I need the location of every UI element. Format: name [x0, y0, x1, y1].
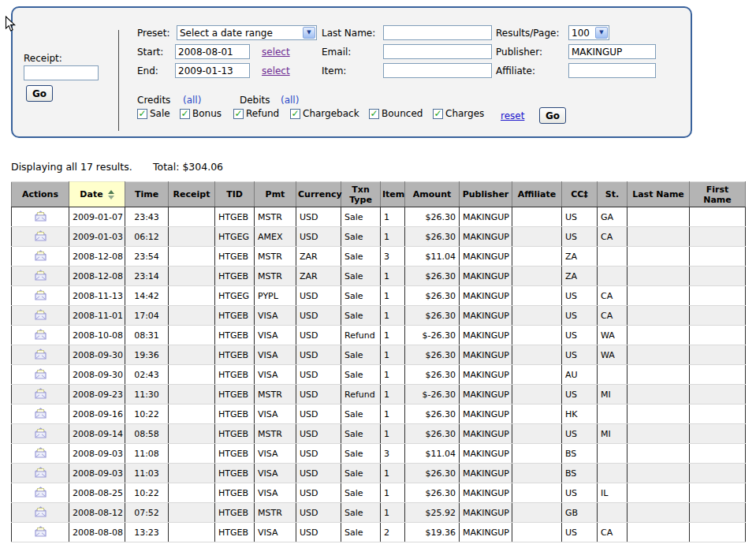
cell-first-name [690, 365, 746, 385]
publisher-input[interactable] [568, 44, 656, 59]
column-header-tid[interactable]: TID [215, 182, 255, 207]
actions-cell [12, 483, 69, 503]
column-header-amount[interactable]: Amount [405, 182, 460, 207]
column-header-publisher[interactable]: Publisher [460, 182, 512, 207]
end-date-select-link[interactable]: select [262, 65, 290, 76]
column-header-time[interactable]: Time [125, 182, 169, 207]
cell-tid: HTGEB [215, 424, 255, 444]
column-header-first-name[interactable]: First Name [690, 182, 746, 207]
filter-go-button[interactable]: Go [539, 107, 566, 124]
open-envelope-icon[interactable] [34, 506, 47, 517]
cell-amount: $26.30 [405, 207, 460, 227]
cell-currency: USD [296, 227, 341, 247]
cell-txn-type: Sale [341, 523, 381, 542]
checkbox-check-icon[interactable]: ✓ [180, 109, 190, 119]
column-header-cc[interactable]: CC‡ [562, 182, 598, 207]
checkbox-check-icon[interactable]: ✓ [233, 109, 244, 119]
actions-cell [12, 247, 69, 267]
checkbox-bounced[interactable]: ✓Bounced [369, 108, 423, 119]
email-input[interactable] [383, 44, 492, 59]
checkbox-check-icon[interactable]: ✓ [369, 109, 379, 119]
cell-date: 2008-10-08 [69, 326, 125, 345]
column-header-pmt[interactable]: Pmt [255, 182, 296, 207]
debits-all-link[interactable]: (all) [281, 95, 299, 106]
cell-txn-type: Sale [341, 365, 381, 385]
open-envelope-icon[interactable] [34, 408, 47, 419]
start-date-input[interactable] [175, 44, 250, 59]
column-header-label: Last Name [632, 189, 684, 199]
open-envelope-icon[interactable] [34, 211, 47, 222]
column-header-label: Date [80, 189, 102, 199]
column-header-label: Receipt [173, 189, 210, 199]
column-header-txn-type[interactable]: Txn Type [341, 182, 381, 207]
preset-label: Preset: [137, 28, 169, 39]
column-header-item[interactable]: Item [381, 182, 405, 207]
cell-txn-type: Sale [341, 286, 381, 306]
checkbox-check-icon[interactable]: ✓ [290, 109, 300, 119]
table-row: 2008-09-1610:22HTGEBVISAUSDSale1$26.30MA… [12, 404, 746, 424]
affiliate-input[interactable] [568, 63, 656, 78]
open-envelope-icon[interactable] [34, 368, 47, 379]
credits-all-link[interactable]: (all) [183, 95, 201, 106]
checkbox-label: Charges [445, 108, 484, 119]
cell-pmt: VISA [255, 345, 296, 365]
open-envelope-icon[interactable] [34, 309, 47, 320]
column-header-last-name[interactable]: Last Name [628, 182, 690, 207]
receipt-go-button[interactable]: Go [26, 85, 53, 102]
checkbox-check-icon[interactable]: ✓ [433, 109, 443, 119]
actions-cell [12, 365, 69, 385]
panel-divider [118, 30, 119, 131]
column-header-label: Item [382, 189, 404, 199]
cell-amount: $26.30 [405, 306, 460, 326]
transactions-page: Receipt: Go Preset: Select a date range … [0, 0, 756, 548]
cell-txn-type: Sale [341, 267, 381, 286]
cell-amount: $26.30 [405, 286, 460, 306]
open-envelope-icon[interactable] [34, 388, 47, 399]
item-input[interactable] [383, 63, 492, 78]
cell-date: 2008-09-23 [69, 385, 125, 404]
checkbox-bonus[interactable]: ✓Bonus [180, 108, 222, 119]
cell-first-name [690, 424, 746, 444]
end-date-label: End: [137, 65, 158, 76]
column-header-currency[interactable]: Currency [296, 182, 341, 207]
column-header-actions[interactable]: Actions [12, 182, 69, 207]
actions-cell [12, 267, 69, 286]
item-label: Item: [322, 65, 346, 76]
column-header-st[interactable]: St. [598, 182, 628, 207]
actions-cell [12, 503, 69, 523]
open-envelope-icon[interactable] [34, 349, 47, 360]
last-name-input[interactable] [383, 25, 492, 40]
checkbox-sale[interactable]: ✓Sale [137, 108, 170, 119]
end-date-input[interactable] [175, 63, 250, 78]
cell-txn-type: Sale [341, 345, 381, 365]
results-per-page-select[interactable]: 100 ▼ [568, 25, 609, 40]
column-header-receipt[interactable]: Receipt [169, 182, 215, 207]
open-envelope-icon[interactable] [34, 270, 47, 281]
cell-last-name [628, 483, 690, 503]
column-header-affiliate[interactable]: Affiliate [512, 182, 562, 207]
reset-link[interactable]: reset [501, 110, 524, 121]
cell-tid: HTGEB [215, 444, 255, 464]
actions-cell [12, 306, 69, 326]
open-envelope-icon[interactable] [34, 250, 47, 261]
receipt-input[interactable] [24, 65, 99, 80]
cell-publisher: MAKINGUP [460, 483, 512, 503]
column-header-date[interactable]: Date [69, 182, 125, 207]
open-envelope-icon[interactable] [34, 230, 47, 241]
open-envelope-icon[interactable] [34, 526, 47, 537]
preset-select[interactable]: Select a date range ▼ [177, 25, 317, 40]
checkbox-check-icon[interactable]: ✓ [137, 109, 147, 119]
open-envelope-icon[interactable] [34, 467, 47, 478]
sort-arrows-icon [108, 190, 114, 199]
start-date-select-link[interactable]: select [262, 47, 290, 58]
open-envelope-icon[interactable] [34, 289, 47, 300]
cell-affiliate [512, 483, 562, 503]
checkbox-chargeback[interactable]: ✓Chargeback [290, 108, 359, 119]
table-row: 2008-08-2510:22HTGEBVISAUSDSale1$26.30MA… [12, 483, 746, 503]
checkbox-refund[interactable]: ✓Refund [233, 108, 279, 119]
open-envelope-icon[interactable] [34, 486, 47, 498]
open-envelope-icon[interactable] [34, 427, 47, 438]
open-envelope-icon[interactable] [34, 447, 47, 458]
checkbox-charges[interactable]: ✓Charges [433, 108, 484, 119]
open-envelope-icon[interactable] [34, 329, 47, 340]
